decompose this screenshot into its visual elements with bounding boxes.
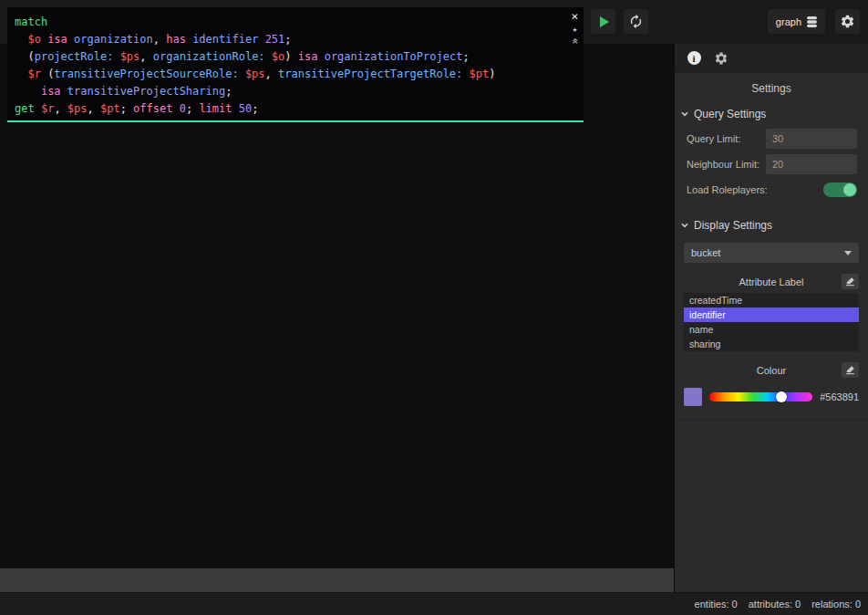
close-icon[interactable]: × (572, 11, 579, 22)
entities-count: entities: 0 (695, 599, 738, 610)
code-line: get $r, $ps, $pt; offset 0; limit 50; (15, 100, 565, 118)
eraser-icon (845, 365, 855, 375)
eraser-icon (845, 276, 855, 287)
refresh-button[interactable] (624, 9, 648, 34)
tab-info[interactable]: i (680, 44, 708, 73)
query-limit-row: Query Limit: (675, 126, 868, 151)
database-icon (807, 16, 817, 27)
panel-tabs: i (675, 44, 868, 73)
attribute-list: createdTimeidentifiernamesharing (684, 293, 859, 351)
hue-slider[interactable] (709, 392, 812, 401)
refresh-icon (628, 14, 644, 29)
hex-value-label: #563891 (820, 391, 859, 402)
chevron-down-icon (844, 251, 852, 255)
attribute-option[interactable]: createdTime (684, 293, 859, 308)
query-limit-label: Query Limit: (687, 133, 740, 144)
app-settings-button[interactable] (835, 9, 860, 34)
database-name-label: graph (776, 16, 801, 27)
query-editor[interactable]: match $o isa organization, has identifie… (7, 7, 584, 122)
chevron-down-icon (680, 109, 689, 119)
clear-attribute-label-button[interactable] (842, 274, 859, 289)
neighbour-limit-label: Neighbour Limit: (687, 159, 760, 170)
run-query-button[interactable] (591, 9, 615, 34)
load-roleplayers-toggle[interactable] (823, 182, 857, 197)
neighbour-limit-input[interactable] (766, 154, 857, 174)
relations-count: relations: 0 (811, 599, 861, 610)
colour-swatch[interactable] (684, 388, 702, 406)
workbase-app: match $o isa organization, has identifie… (0, 0, 868, 615)
settings-panel: i Settings Query Settings Query Limit: N… (674, 44, 868, 592)
attributes-count: attributes: 0 (749, 599, 801, 610)
neighbour-limit-row: Neighbour Limit: (675, 151, 868, 177)
code-line: isa transitiveProjectSharing; (15, 83, 565, 100)
load-roleplayers-label: Load Roleplayers: (687, 184, 768, 195)
panel-divider (675, 419, 868, 420)
code-line: match (15, 14, 565, 31)
type-dropdown[interactable]: bucket (684, 243, 859, 263)
code-area[interactable]: match $o isa organization, has identifie… (7, 7, 584, 118)
status-bar: entities: 0 attributes: 0 relations: 0 (0, 592, 868, 615)
toggle-knob (843, 183, 856, 196)
colour-title: Colour (757, 365, 786, 376)
panel-title: Settings (675, 73, 868, 100)
gear-icon (714, 51, 728, 66)
display-settings-header[interactable]: Display Settings (675, 212, 868, 237)
info-icon: i (687, 51, 701, 65)
attribute-label-header: Attribute Label (675, 274, 868, 290)
attribute-option[interactable]: identifier (684, 308, 859, 322)
query-settings-header[interactable]: Query Settings (675, 100, 868, 126)
code-line: $r (transitiveProjectSourceRole: $ps, tr… (15, 66, 565, 83)
graph-canvas[interactable] (0, 44, 674, 568)
attribute-option[interactable]: name (684, 322, 859, 337)
editor-controls: × ★ « (568, 11, 582, 46)
display-settings-title: Display Settings (694, 219, 772, 232)
attribute-option[interactable]: sharing (684, 337, 859, 351)
database-selector-button[interactable]: graph (768, 9, 825, 34)
type-dropdown-value: bucket (691, 247, 720, 258)
canvas-footer-strip (0, 568, 674, 592)
colour-header: Colour (675, 362, 868, 379)
play-icon (600, 16, 609, 27)
favorite-star-icon[interactable]: ★ (573, 25, 577, 34)
attribute-label-title: Attribute Label (739, 276, 804, 287)
gear-icon (840, 14, 855, 29)
load-roleplayers-row: Load Roleplayers: (675, 177, 868, 203)
code-line: (projectRole: $ps, organizationRole: $o)… (15, 48, 565, 66)
collapse-chevrons-icon[interactable]: « (570, 37, 579, 44)
hue-handle[interactable] (776, 391, 787, 402)
query-settings-title: Query Settings (694, 108, 766, 120)
query-limit-input[interactable] (766, 129, 857, 149)
tab-settings[interactable] (708, 44, 735, 73)
colour-picker-row: #563891 (684, 388, 859, 406)
code-line: $o isa organization, has identifier 251; (15, 31, 565, 48)
clear-colour-button[interactable] (842, 362, 859, 378)
chevron-down-icon (680, 221, 689, 230)
